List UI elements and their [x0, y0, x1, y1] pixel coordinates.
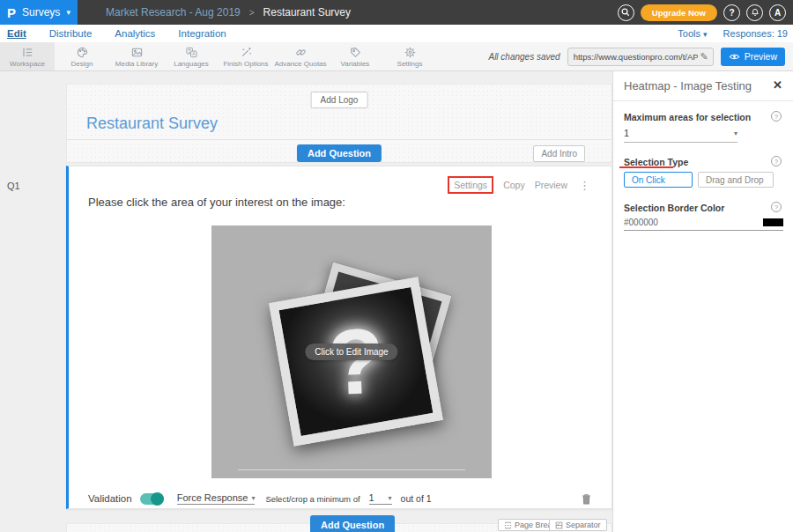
nav-right: Tools ▾ Responses: 19	[678, 28, 788, 39]
add-question-button-top[interactable]: Add Question	[297, 144, 382, 162]
trash-icon	[581, 492, 592, 506]
annotation-underline	[619, 166, 673, 168]
drag-and-drop-option[interactable]: Drag and Drop	[698, 172, 774, 188]
preview-button[interactable]: Preview	[721, 48, 785, 66]
question-number-label: Q1	[7, 181, 20, 191]
toolbar-item-media-library[interactable]: Media Library	[109, 42, 164, 70]
border-color-label: Selection Border Color	[624, 203, 724, 213]
topbar-actions: Upgrade Now ? A	[618, 0, 786, 25]
toolbar-item-design[interactable]: Design	[55, 42, 109, 70]
breadcrumb: Market Research - Aug 2019 > Restaurant …	[106, 6, 351, 18]
survey-header-card: Add Logo Restaurant Survey Add Question …	[66, 84, 612, 163]
breadcrumb-survey-name: Restaurant Survey	[263, 6, 351, 18]
palette-icon	[76, 46, 89, 59]
minimum-count-dropdown[interactable]: 1 ▾	[369, 492, 392, 505]
question-copy-button[interactable]: Copy	[503, 180, 525, 190]
toolbar-item-advance-quotas[interactable]: Advance Quotas	[273, 42, 328, 70]
chevron-down-icon: ▾	[251, 494, 255, 502]
survey-url-field: ✎	[567, 48, 714, 66]
color-swatch[interactable]	[763, 218, 783, 226]
toolbar-item-languages[interactable]: A Languages	[164, 42, 219, 70]
main-nav: Edit Distribute Analytics Integration To…	[0, 25, 793, 42]
kebab-menu-icon[interactable]: ⋮	[577, 180, 592, 191]
breadcrumb-folder[interactable]: Market Research - Aug 2019	[106, 6, 241, 18]
question-text[interactable]: Please click the area of your interest o…	[88, 196, 345, 209]
edit-url-pencil-icon[interactable]: ✎	[700, 51, 712, 63]
click-to-edit-image-button[interactable]: Click to Edit Image	[305, 344, 397, 360]
edit-toolbar: Workspace Design Media Library A Languag…	[0, 42, 793, 71]
upgrade-now-button[interactable]: Upgrade Now	[641, 4, 717, 21]
max-areas-select[interactable]: 1 ▾	[624, 128, 737, 143]
chevron-down-icon: ▾	[389, 494, 392, 502]
force-response-dropdown[interactable]: Force Response ▾	[177, 492, 256, 505]
image-icon	[130, 46, 144, 59]
toolbar-item-settings[interactable]: Settings	[382, 42, 437, 70]
photo-frame-front-icon: ?	[269, 277, 443, 446]
selection-type-buttons: On Click Drag and Drop	[624, 172, 774, 188]
toolbar-item-finish-options[interactable]: Finish Options	[219, 42, 273, 70]
page-break-icon	[504, 521, 512, 529]
help-icon[interactable]: ?	[771, 111, 782, 122]
product-name: Surveys	[22, 6, 60, 18]
question-preview-button[interactable]: Preview	[535, 180, 567, 190]
notifications-button[interactable]	[746, 4, 763, 21]
panel-title: Heatmap - Image Testing	[624, 79, 752, 92]
separator-icon	[555, 521, 563, 529]
breadcrumb-separator: >	[249, 8, 255, 18]
add-logo-button[interactable]: Add Logo	[311, 92, 368, 108]
question-card: Settings Copy Preview ⋮ Please click the…	[66, 166, 612, 509]
divider	[67, 139, 611, 140]
validation-label: Validation	[88, 493, 132, 504]
validation-toggle[interactable]	[140, 493, 164, 505]
question-mark-glyph: ?	[326, 307, 386, 415]
add-question-button-bottom[interactable]: Add Question	[310, 515, 395, 532]
svg-text:A: A	[192, 51, 196, 56]
chevron-down-icon: ▾	[66, 9, 70, 17]
close-icon[interactable]: ✕	[773, 78, 782, 92]
tag-icon	[349, 46, 362, 59]
eye-icon	[729, 52, 740, 62]
chain-links-icon	[294, 46, 308, 59]
search-button[interactable]	[618, 4, 634, 21]
help-icon[interactable]: ?	[771, 156, 782, 166]
help-icon[interactable]: ?	[771, 202, 782, 212]
magic-wand-icon	[240, 46, 253, 59]
tools-menu[interactable]: Tools ▾	[678, 28, 707, 39]
survey-title[interactable]: Restaurant Survey	[86, 115, 218, 133]
translate-icon: A	[185, 46, 198, 59]
border-color-input[interactable]	[624, 218, 730, 227]
question-image-placeholder[interactable]: ? Click to Edit Image	[211, 225, 492, 478]
nav-tab-analytics[interactable]: Analytics	[115, 28, 155, 39]
top-bar: P Surveys ▾ Market Research - Aug 2019 >…	[0, 0, 793, 25]
responses-link[interactable]: Responses: 19	[723, 28, 788, 39]
surveys-product-menu[interactable]: P Surveys ▾	[0, 0, 78, 25]
question-settings-button[interactable]: Settings	[448, 176, 493, 194]
survey-url-input[interactable]	[568, 52, 700, 62]
out-of-label: out of 1	[401, 493, 432, 504]
add-intro-button[interactable]: Add Intro	[533, 145, 585, 162]
toolbar-right: All changes saved ✎ Preview	[488, 42, 785, 70]
save-status: All changes saved	[488, 52, 560, 62]
workspace-icon	[21, 46, 34, 59]
chevron-down-icon: ▾	[734, 129, 737, 137]
on-click-option[interactable]: On Click	[624, 172, 693, 188]
question-actions: Settings Copy Preview ⋮	[448, 176, 592, 194]
validation-row: Validation Force Response ▾ Select/crop …	[88, 490, 592, 507]
search-icon	[620, 7, 631, 18]
placeholder-baseline	[238, 469, 465, 470]
nav-tab-integration[interactable]: Integration	[178, 28, 226, 39]
help-button[interactable]: ?	[723, 4, 740, 21]
separator-button[interactable]: Separator	[549, 519, 607, 531]
question-settings-panel: Heatmap - Image Testing ✕ Maximum areas …	[612, 71, 793, 532]
border-color-field	[624, 218, 783, 231]
divider	[613, 100, 793, 101]
gear-icon	[404, 46, 417, 59]
avatar[interactable]: A	[769, 4, 786, 21]
max-areas-label: Maximum areas for selection	[624, 112, 751, 122]
questionpro-logo-icon: P	[7, 5, 16, 20]
delete-question-button[interactable]	[581, 492, 592, 506]
nav-tab-distribute[interactable]: Distribute	[49, 28, 93, 39]
toolbar-item-variables[interactable]: Variables	[328, 42, 382, 70]
nav-tab-edit[interactable]: Edit	[7, 28, 26, 39]
toolbar-item-workspace[interactable]: Workspace	[0, 42, 55, 70]
